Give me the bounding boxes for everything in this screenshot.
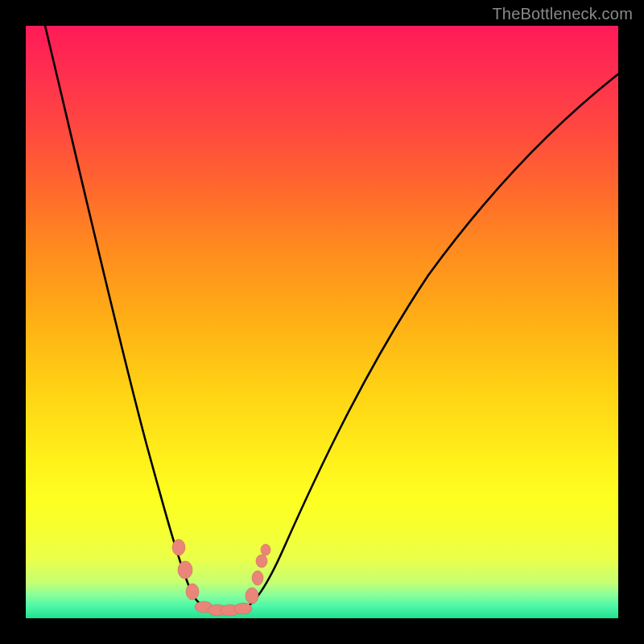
svg-point-8 bbox=[252, 571, 263, 585]
trough-dots bbox=[172, 539, 270, 616]
watermark-text: TheBottleneck.com bbox=[492, 5, 633, 23]
svg-point-2 bbox=[186, 584, 199, 600]
plot-area bbox=[26, 26, 618, 618]
svg-point-7 bbox=[246, 588, 258, 604]
curve-right-arm bbox=[243, 74, 618, 609]
svg-point-6 bbox=[234, 603, 252, 614]
svg-point-9 bbox=[256, 555, 267, 568]
chart-frame: TheBottleneck.com bbox=[0, 0, 644, 644]
svg-point-1 bbox=[178, 561, 192, 579]
svg-point-10 bbox=[261, 544, 270, 555]
curve-layer bbox=[26, 26, 618, 618]
svg-point-0 bbox=[172, 539, 185, 555]
curve-left-arm bbox=[45, 26, 213, 609]
